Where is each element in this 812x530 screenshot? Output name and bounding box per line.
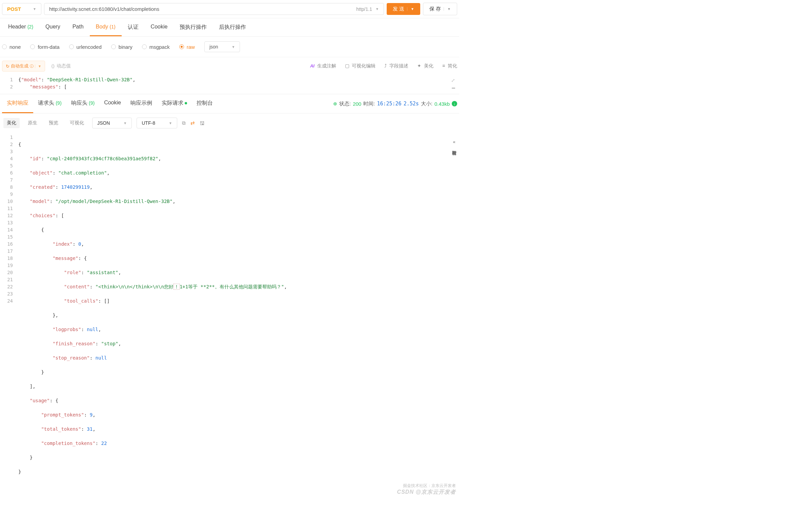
response-body-viewer[interactable]: 123456789101112131415161718192021222324 …	[0, 132, 459, 497]
tab-body[interactable]: Body (1)	[90, 18, 122, 36]
beautify-button[interactable]: ✦ 美化	[417, 63, 433, 69]
status-size: 0.43kb	[434, 101, 450, 107]
ai-icon: AI	[310, 63, 315, 69]
edit-icon: ▢	[345, 63, 349, 69]
status-code: 200	[353, 101, 361, 107]
url-text: http://activity.scnet.cn:61080/v1/chat/c…	[49, 6, 159, 12]
response-tabs-bar: 实时响应 请求头 (9) 响应头 (9) Cookie 响应示例 实际请求 控制…	[0, 94, 459, 114]
radio-icon	[69, 44, 74, 49]
response-status-info: ⊕ 状态: 200 时间: 16:25:26 2.52s 大小: 0.43kb …	[333, 101, 457, 107]
upload-icon: ⤴	[384, 63, 387, 69]
line-gutter: 12	[0, 76, 18, 90]
encoding-select[interactable]: UTF-8▼	[136, 118, 177, 129]
status-duration: 2.52s	[404, 101, 419, 107]
radio-binary[interactable]: binary	[111, 44, 132, 50]
chevron-down-icon[interactable]: ▼	[407, 7, 414, 11]
body-format-select[interactable]: json ▼	[204, 41, 240, 52]
chevron-down-icon: ▼	[376, 7, 379, 11]
tag-icon: ⟨⟩	[51, 63, 55, 69]
chevron-down-icon: ▼	[33, 7, 36, 11]
auto-generate-button[interactable]: ↻ 自动生成 ⓘ ▼	[2, 61, 45, 72]
radio-form-data[interactable]: form-data	[30, 44, 59, 50]
save-button[interactable]: 保 存 ▼	[423, 3, 457, 15]
view-visual[interactable]: 可视化	[67, 118, 87, 128]
line-gutter: 123456789101112131415161718192021222324	[0, 134, 18, 490]
watermark: 掘金技术社区：京东云开发者 CSDN @京东云开发者	[397, 483, 456, 496]
response-code-content[interactable]: { "id": "cmpl-240f9343fc394cf78c6bea391a…	[18, 134, 459, 490]
radio-msgpack[interactable]: msgpack	[142, 44, 170, 50]
method-text: POST	[7, 6, 21, 12]
tab-request-headers[interactable]: 请求头 (9)	[33, 94, 67, 113]
wrap-icon[interactable]: ⇄	[190, 120, 195, 126]
code-content[interactable]: {"model": "DeepSeek-R1-Distill-Qwen-32B"…	[18, 76, 459, 90]
status-dot-icon	[185, 102, 187, 104]
url-input[interactable]: http://activity.scnet.cn:61080/v1/chat/c…	[44, 3, 384, 15]
view-preview[interactable]: 预览	[45, 118, 62, 128]
request-tabs: Header (2) Query Path Body (1) 认证 Cookie…	[0, 18, 459, 36]
view-beautify[interactable]: 美化	[3, 118, 20, 128]
radio-icon	[30, 44, 35, 49]
status-time: 16:25:26	[377, 101, 401, 107]
http-version-select[interactable]: http/1.1 ▼	[356, 6, 379, 12]
globe-icon: ⊕	[333, 101, 337, 106]
refresh-icon: ↻	[6, 64, 10, 69]
tab-header[interactable]: Header (2)	[2, 18, 39, 36]
collapse-icon[interactable]: —	[452, 84, 455, 91]
help-icon: ⓘ	[30, 64, 33, 69]
radio-icon	[111, 44, 116, 49]
simplify-button[interactable]: ≡ 简化	[442, 63, 457, 69]
radio-icon	[2, 44, 7, 49]
expand-icon[interactable]: ⤢	[451, 78, 455, 83]
field-desc-button[interactable]: ⤴ 字段描述	[384, 63, 408, 69]
tab-actual-request[interactable]: 实际请求	[157, 94, 192, 113]
visual-edit-button[interactable]: ▢ 可视化编辑	[345, 63, 376, 69]
copy-icon[interactable]: ⧉	[182, 120, 186, 126]
chevron-down-icon: ▼	[232, 45, 235, 49]
format-select[interactable]: JSON▼	[92, 118, 132, 129]
tab-response-example[interactable]: 响应示例	[126, 94, 157, 113]
radio-raw[interactable]: raw	[179, 44, 195, 50]
save-icon[interactable]: 🖫	[200, 120, 205, 126]
view-raw[interactable]: 原生	[25, 118, 41, 128]
tab-console[interactable]: 控制台	[192, 94, 218, 113]
tab-post-exec[interactable]: 后执行操作	[213, 18, 252, 36]
chevron-down-icon: ▼	[169, 121, 172, 125]
radio-icon	[142, 44, 147, 49]
tab-pre-exec[interactable]: 预执行操作	[174, 18, 213, 36]
tab-realtime-response[interactable]: 实时响应	[2, 94, 33, 113]
send-button[interactable]: 发 送 ▼	[387, 3, 420, 15]
chevron-down-icon[interactable]: ▼	[444, 7, 451, 11]
radio-urlencoded[interactable]: urlencoded	[69, 44, 102, 50]
chevron-down-icon[interactable]: ▼	[35, 64, 41, 68]
radio-none[interactable]: none	[2, 44, 21, 50]
method-select[interactable]: POST ▼	[2, 3, 41, 15]
radio-icon	[179, 44, 184, 49]
list-icon: ≡	[442, 63, 445, 69]
tab-auth[interactable]: 认证	[122, 18, 145, 36]
request-top-bar: POST ▼ http://activity.scnet.cn:61080/v1…	[0, 0, 459, 18]
tab-path[interactable]: Path	[67, 18, 90, 36]
chevron-down-icon: ▼	[124, 121, 127, 125]
ai-annotate-button[interactable]: AI 生成注解	[310, 63, 336, 69]
wand-icon: ✦	[417, 63, 421, 69]
body-type-row: none form-data urlencoded binary msgpack…	[0, 36, 459, 57]
download-icon[interactable]: ↓	[452, 101, 457, 106]
tab-response-cookie[interactable]: Cookie	[99, 94, 126, 113]
response-view-controls: 美化 原生 预览 可视化 JSON▼ UTF-8▼ ⧉ ⇄ 🖫	[0, 114, 459, 132]
dynamic-value-button[interactable]: ⟨⟩ 动态值	[51, 63, 71, 69]
request-toolbar: ↻ 自动生成 ⓘ ▼ ⟨⟩ 动态值 AI 生成注解 ▢ 可视化编辑 ⤴ 字段描述…	[0, 57, 459, 75]
chevron-left-icon: «	[453, 139, 455, 144]
tab-response-headers[interactable]: 响应头 (9)	[67, 94, 100, 113]
assertion-panel-toggle[interactable]: « 断言与校验	[449, 136, 459, 150]
request-body-editor[interactable]: 12 {"model": "DeepSeek-R1-Distill-Qwen-3…	[0, 75, 459, 92]
tab-cookie[interactable]: Cookie	[145, 18, 174, 36]
tab-query[interactable]: Query	[39, 18, 67, 36]
